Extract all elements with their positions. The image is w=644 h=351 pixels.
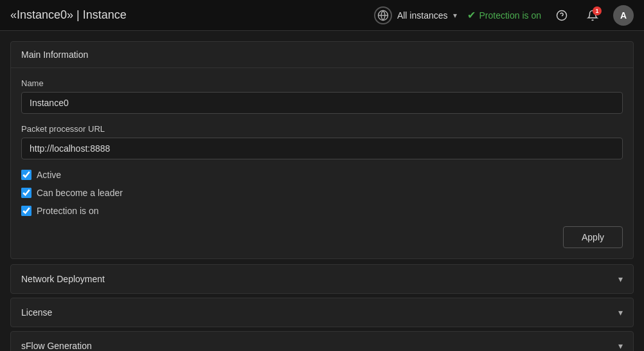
apply-button[interactable]: Apply bbox=[563, 226, 623, 248]
page-title: «Instance0» | Instance bbox=[10, 8, 127, 22]
url-input[interactable] bbox=[21, 138, 623, 159]
header: «Instance0» | Instance All instances ▾ ✔… bbox=[0, 0, 644, 31]
main-information-content: Name Packet processor URL Active Can bec… bbox=[11, 68, 633, 258]
name-group: Name bbox=[21, 78, 623, 114]
sflow-title: sFlow Generation bbox=[21, 341, 92, 351]
leader-checkbox-item[interactable]: Can become a leader bbox=[21, 188, 623, 198]
network-deployment-panel: Network Deployment ▾ bbox=[10, 264, 634, 294]
protection-checkbox[interactable] bbox=[21, 206, 31, 216]
apply-row: Apply bbox=[21, 226, 623, 248]
license-chevron-icon: ▾ bbox=[618, 307, 623, 318]
license-header[interactable]: License ▾ bbox=[11, 298, 633, 327]
main-information-header[interactable]: Main Information bbox=[11, 42, 633, 68]
url-label: Packet processor URL bbox=[21, 124, 623, 134]
notification-count: 1 bbox=[593, 6, 602, 15]
protection-badge: ✔ Protection is on bbox=[467, 9, 542, 21]
network-deployment-chevron-icon: ▾ bbox=[618, 274, 623, 284]
main-content: Main Information Name Packet processor U… bbox=[0, 31, 644, 351]
protection-check-icon: ✔ bbox=[467, 9, 476, 21]
sflow-panel: sFlow Generation ▾ bbox=[10, 331, 634, 351]
instances-selector[interactable]: All instances ▾ bbox=[374, 6, 457, 24]
main-information-title: Main Information bbox=[21, 50, 88, 60]
name-input[interactable] bbox=[21, 92, 623, 114]
network-deployment-title: Network Deployment bbox=[21, 274, 105, 284]
protection-label: Protection is on bbox=[37, 206, 99, 216]
url-group: Packet processor URL bbox=[21, 124, 623, 159]
active-label: Active bbox=[37, 170, 61, 180]
protection-checkbox-item[interactable]: Protection is on bbox=[21, 206, 623, 216]
sflow-chevron-icon: ▾ bbox=[618, 341, 623, 351]
notifications-button[interactable]: 1 bbox=[582, 5, 603, 26]
checkboxes-group: Active Can become a leader Protection is… bbox=[21, 170, 623, 216]
license-panel: License ▾ bbox=[10, 298, 634, 327]
active-checkbox-item[interactable]: Active bbox=[21, 170, 623, 180]
avatar-button[interactable]: A bbox=[613, 5, 634, 26]
instances-label: All instances bbox=[397, 10, 448, 21]
leader-checkbox[interactable] bbox=[21, 188, 31, 198]
protection-text: Protection is on bbox=[479, 10, 542, 21]
active-checkbox[interactable] bbox=[21, 170, 31, 180]
help-button[interactable] bbox=[551, 5, 572, 26]
leader-label: Can become a leader bbox=[37, 188, 123, 198]
main-information-panel: Main Information Name Packet processor U… bbox=[10, 41, 634, 259]
chevron-down-icon: ▾ bbox=[453, 11, 457, 20]
network-deployment-header[interactable]: Network Deployment ▾ bbox=[11, 265, 633, 293]
name-label: Name bbox=[21, 78, 623, 88]
instances-icon bbox=[374, 6, 392, 24]
sflow-header[interactable]: sFlow Generation ▾ bbox=[11, 332, 633, 351]
license-title: License bbox=[21, 307, 52, 318]
